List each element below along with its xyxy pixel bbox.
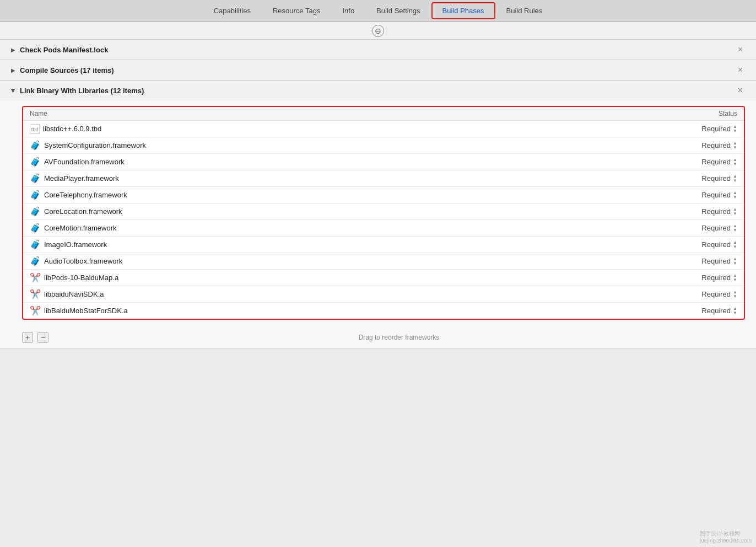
stepper-arrows[interactable]: ▲▼ — [733, 274, 737, 282]
table-row[interactable]: 🧳 SystemConfiguration.framework Required… — [23, 137, 744, 154]
phase-compile-sources-header[interactable]: ▶ Compile Sources (17 items) × — [0, 60, 756, 80]
chevron-right-icon: ▶ — [11, 47, 15, 53]
remove-library-button[interactable]: − — [37, 332, 48, 343]
file-icon: tbd — [30, 124, 40, 134]
status-stepper: Required ▲▼ — [701, 274, 737, 282]
minus-icon: ⊖ — [375, 26, 381, 35]
file-row: 🧳 AudioToolbox.framework — [30, 256, 660, 266]
file-icon: 🧳 — [30, 173, 41, 184]
stepper-arrows[interactable]: ▲▼ — [733, 207, 737, 216]
file-name: AVFoundation.framework — [44, 158, 125, 166]
stepper-arrows[interactable]: ▲▼ — [733, 125, 737, 133]
status-stepper: Required ▲▼ — [701, 158, 737, 167]
status-stepper: Required ▲▼ — [701, 307, 737, 315]
table-row[interactable]: tbd libstdc++.6.0.9.tbd Required ▲▼ — [23, 121, 744, 137]
file-icon: ✂️ — [30, 272, 41, 283]
phase-compile-sources-title: Compile Sources (17 items) — [20, 66, 736, 74]
table-row[interactable]: 🧳 MediaPlayer.framework Required ▲▼ — [23, 170, 744, 187]
phase-compile-sources-close[interactable]: × — [736, 66, 745, 74]
table-row[interactable]: ✂️ libbaiduNaviSDK.a Required ▲▼ — [23, 286, 744, 303]
stepper-arrows[interactable]: ▲▼ — [733, 191, 737, 200]
stepper-arrows[interactable]: ▲▼ — [733, 174, 737, 183]
file-name: CoreLocation.framework — [44, 207, 122, 216]
drag-label: Drag to reorder frameworks — [53, 334, 745, 341]
status-text: Required — [701, 174, 731, 183]
file-name: libBaiduMobStatForSDK.a — [44, 307, 128, 315]
table-row[interactable]: ✂️ libPods-10-BaiduMap.a Required ▲▼ — [23, 270, 744, 286]
chevron-right-icon: ▶ — [11, 67, 15, 73]
status-stepper: Required ▲▼ — [701, 174, 737, 183]
stepper-arrows[interactable]: ▲▼ — [733, 257, 737, 266]
main-content: ▶ Check Pods Manifest.lock × ▶ Compile S… — [0, 40, 756, 349]
phase-link-binary-header[interactable]: ▶ Link Binary With Libraries (12 items) … — [0, 81, 756, 100]
status-text: Required — [701, 274, 731, 282]
file-icon: ✂️ — [30, 305, 41, 316]
table-row[interactable]: 🧳 AudioToolbox.framework Required ▲▼ — [23, 253, 744, 270]
tab-capabilities[interactable]: Capabilities — [203, 2, 262, 19]
phase-check-pods-title: Check Pods Manifest.lock — [20, 46, 736, 54]
phase-link-binary: ▶ Link Binary With Libraries (12 items) … — [0, 81, 756, 349]
table-row[interactable]: 🧳 AVFoundation.framework Required ▲▼ — [23, 154, 744, 170]
file-name: MediaPlayer.framework — [44, 174, 119, 183]
file-icon: 🧳 — [30, 256, 41, 266]
file-row: 🧳 CoreMotion.framework — [30, 223, 660, 233]
status-stepper: Required ▲▼ — [701, 240, 737, 249]
phase-check-pods-close[interactable]: × — [736, 45, 745, 54]
table-row[interactable]: 🧳 CoreMotion.framework Required ▲▼ — [23, 220, 744, 237]
status-text: Required — [701, 141, 731, 149]
file-name: libPods-10-BaiduMap.a — [44, 274, 118, 282]
phase-check-pods-header[interactable]: ▶ Check Pods Manifest.lock × — [0, 40, 756, 60]
tab-info[interactable]: Info — [331, 2, 365, 19]
file-row: 🧳 AVFoundation.framework — [30, 157, 660, 167]
table-row[interactable]: 🧳 ImageIO.framework Required ▲▼ — [23, 237, 744, 253]
status-stepper: Required ▲▼ — [701, 191, 737, 200]
library-table: Name Status tbd libstdc++.6.0.9.tbd Requ… — [23, 107, 744, 319]
phase-link-binary-close[interactable]: × — [736, 86, 745, 95]
status-text: Required — [701, 290, 731, 298]
status-text: Required — [701, 158, 731, 166]
tab-resource-tags[interactable]: Resource Tags — [262, 2, 331, 19]
stepper-arrows[interactable]: ▲▼ — [733, 141, 737, 150]
col-status-header: Status — [667, 107, 744, 121]
tab-build-rules[interactable]: Build Rules — [495, 2, 554, 19]
file-icon: 🧳 — [30, 140, 41, 151]
file-icon: ✂️ — [30, 289, 41, 299]
file-icon: 🧳 — [30, 223, 41, 233]
add-phase-button[interactable]: ⊖ — [372, 25, 384, 37]
file-name: CoreTelephony.framework — [44, 191, 127, 199]
phase-check-pods: ▶ Check Pods Manifest.lock × — [0, 40, 756, 60]
file-row: ✂️ libPods-10-BaiduMap.a — [30, 272, 660, 283]
file-name: ImageIO.framework — [44, 240, 107, 249]
tab-build-settings[interactable]: Build Settings — [365, 2, 431, 19]
table-row[interactable]: 🧳 CoreTelephony.framework Required ▲▼ — [23, 187, 744, 203]
stepper-arrows[interactable]: ▲▼ — [733, 290, 737, 299]
file-name: CoreMotion.framework — [44, 224, 117, 232]
table-row[interactable]: 🧳 CoreLocation.framework Required ▲▼ — [23, 203, 744, 220]
stepper-arrows[interactable]: ▲▼ — [733, 240, 737, 249]
library-table-wrapper: Name Status tbd libstdc++.6.0.9.tbd Requ… — [22, 106, 745, 320]
file-row: tbd libstdc++.6.0.9.tbd — [30, 124, 660, 134]
minus-icon: − — [41, 333, 45, 342]
add-library-button[interactable]: + — [22, 332, 33, 343]
file-row: 🧳 CoreLocation.framework — [30, 206, 660, 217]
file-row: 🧳 MediaPlayer.framework — [30, 173, 660, 184]
table-row[interactable]: ✂️ libBaiduMobStatForSDK.a Required ▲▼ — [23, 303, 744, 319]
stepper-arrows[interactable]: ▲▼ — [733, 224, 737, 233]
stepper-arrows[interactable]: ▲▼ — [733, 158, 737, 167]
status-stepper: Required ▲▼ — [701, 125, 737, 133]
stepper-arrows[interactable]: ▲▼ — [733, 307, 737, 315]
file-name: libstdc++.6.0.9.tbd — [43, 125, 101, 133]
phase-link-binary-actions: + − Drag to reorder frameworks — [0, 328, 756, 348]
file-icon: 🧳 — [30, 190, 41, 200]
file-icon: 🧳 — [30, 157, 41, 167]
tab-build-phases[interactable]: Build Phases — [431, 2, 495, 19]
file-icon: 🧳 — [30, 239, 41, 250]
status-stepper: Required ▲▼ — [701, 224, 737, 233]
phase-link-binary-title: Link Binary With Libraries (12 items) — [20, 87, 736, 95]
file-row: 🧳 ImageIO.framework — [30, 239, 660, 250]
file-row: 🧳 CoreTelephony.framework — [30, 190, 660, 200]
status-text: Required — [701, 240, 731, 249]
status-stepper: Required ▲▼ — [701, 141, 737, 150]
status-stepper: Required ▲▼ — [701, 290, 737, 299]
file-icon: 🧳 — [30, 206, 41, 217]
